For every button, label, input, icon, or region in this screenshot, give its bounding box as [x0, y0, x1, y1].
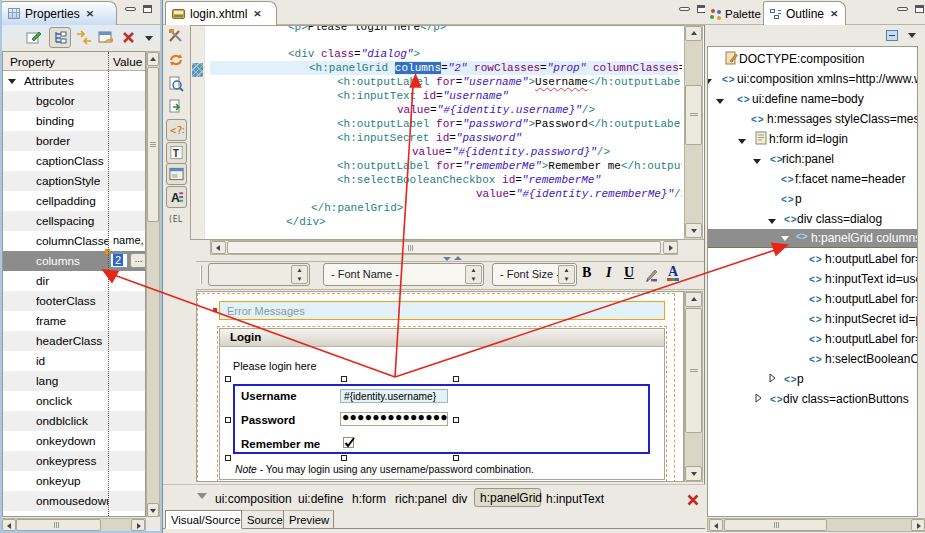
svg-text:(EL): (EL) [168, 215, 184, 224]
svg-text:A: A [171, 191, 180, 205]
svg-text:T: T [173, 148, 180, 159]
svg-text:<?>: <?> [170, 124, 184, 136]
